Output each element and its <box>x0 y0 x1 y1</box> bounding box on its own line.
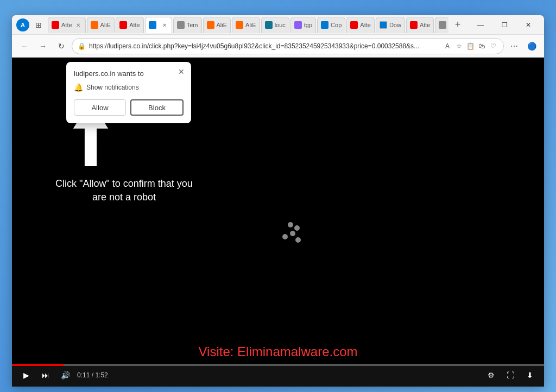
tab-label-6: AliE <box>217 22 228 28</box>
not-robot-text: Click "Allow" to confirm that youare not… <box>55 177 193 204</box>
tabs-container: Atte ✕ AliE Atte ✕ <box>48 17 448 33</box>
dot-3 <box>290 231 295 236</box>
refresh-button[interactable]: ↻ <box>53 38 70 54</box>
tab-label-8: louc <box>275 22 286 28</box>
allow-button[interactable]: Allow <box>74 99 126 116</box>
collections-icon[interactable]: 📋 <box>465 41 475 51</box>
tab-3[interactable]: Atte <box>116 17 144 33</box>
tab-favicon-8 <box>265 21 273 29</box>
new-tab-button[interactable]: + <box>451 18 465 32</box>
tab-list-button[interactable]: ⊞ <box>31 18 46 32</box>
fullscreen-button[interactable]: ⛶ <box>503 368 518 383</box>
tab-13[interactable]: Atte <box>406 17 434 33</box>
profile-button[interactable]: A <box>16 18 29 31</box>
more-tools-button[interactable]: ⋯ <box>506 38 522 54</box>
dialog-buttons: Allow Block <box>74 99 184 116</box>
tab-12[interactable]: Dow <box>376 17 405 33</box>
tab-label-3: Atte <box>129 22 140 28</box>
time-display: 0:11 / 1:52 <box>77 371 108 379</box>
progress-bar[interactable] <box>12 364 544 366</box>
bell-icon: 🔔 <box>74 83 83 92</box>
nav-right-buttons: ⋯ 🔵 <box>506 38 540 54</box>
forward-button[interactable]: → <box>35 38 51 54</box>
content-area: Click "Allow" to confirm that youare not… <box>12 58 544 387</box>
tab-1[interactable]: Atte ✕ <box>48 17 86 33</box>
tab-favicon-1 <box>52 21 59 29</box>
block-button[interactable]: Block <box>130 99 184 116</box>
tab-label-9: tgp <box>304 22 312 28</box>
read-aloud-icon[interactable]: A <box>443 41 452 51</box>
dot-1 <box>288 222 293 227</box>
tab-favicon-7 <box>236 21 243 29</box>
minimize-button[interactable]: — <box>469 17 492 33</box>
tab-9[interactable]: tgp <box>290 17 316 33</box>
tab-5[interactable]: Tem <box>173 17 202 33</box>
tab-favicon-14 <box>439 21 446 29</box>
address-text: https://ludipers.co.in/click.php?key=lsi… <box>89 42 439 50</box>
tab-6[interactable]: AliE <box>203 17 231 33</box>
skip-button[interactable]: ⏭ <box>38 368 53 383</box>
browser-window: A ⊞ Atte ✕ AliE Atte <box>12 15 544 387</box>
tab-label-12: Dow <box>389 22 401 28</box>
tab-label-11: Atte <box>360 22 371 28</box>
tab-10[interactable]: Cop <box>317 17 345 33</box>
shopping-icon[interactable]: 🛍 <box>477 41 486 51</box>
tab-favicon-5 <box>177 21 185 29</box>
video-controls: ▶ ⏭ 🔊 0:11 / 1:52 ⚙ ⛶ ⬇ <box>12 364 544 387</box>
window-controls: — ❐ ✕ <box>469 17 540 33</box>
dialog-option: 🔔 Show notifications <box>74 83 184 92</box>
dot-2 <box>294 225 300 231</box>
dot-4 <box>282 234 288 239</box>
watermark-text: Visite: Eliminamalware.com <box>199 344 358 359</box>
volume-button[interactable]: 🔊 <box>58 368 73 383</box>
edge-icon-button[interactable]: 🔵 <box>523 38 540 54</box>
close-button[interactable]: ✕ <box>517 17 540 33</box>
dialog-title: ludipers.co.in wants to <box>74 69 184 78</box>
tab-close-4[interactable]: ✕ <box>161 21 168 29</box>
back-button[interactable]: ← <box>16 38 33 54</box>
dialog-option-label: Show notifications <box>86 84 139 91</box>
tab-favicon-12 <box>380 21 387 29</box>
tab-label-2: AliE <box>100 22 111 28</box>
nav-bar: ← → ↻ 🔒 https://ludipers.co.in/click.php… <box>12 35 544 58</box>
tab-2[interactable]: AliE <box>87 17 115 33</box>
tab-label-13: Atte <box>420 22 431 28</box>
play-button[interactable]: ▶ <box>18 368 34 383</box>
address-right-icons: A ☆ 📋 🛍 ♡ <box>443 41 498 51</box>
tab-favicon-13 <box>410 21 418 29</box>
tab-4-active[interactable]: ✕ <box>145 17 172 33</box>
progress-track <box>12 364 544 366</box>
wallet-icon[interactable]: ♡ <box>488 41 498 51</box>
lock-icon: 🔒 <box>78 42 86 50</box>
tab-14[interactable]: mar <box>435 17 448 33</box>
tab-favicon-2 <box>91 21 98 29</box>
tab-close-1[interactable]: ✕ <box>74 21 82 29</box>
dot-5 <box>295 237 301 243</box>
dialog-close-button[interactable]: ✕ <box>176 66 187 77</box>
desktop: A ⊞ Atte ✕ AliE Atte <box>0 0 556 392</box>
tab-favicon-9 <box>294 21 302 29</box>
tab-8[interactable]: louc <box>261 17 289 33</box>
tab-label-10: Cop <box>331 22 342 28</box>
tab-favicon-11 <box>350 21 358 29</box>
tab-favicon-3 <box>119 21 127 29</box>
tab-7[interactable]: AliE <box>232 17 260 33</box>
tab-favicon-10 <box>321 21 328 29</box>
notification-dialog: ludipers.co.in wants to ✕ 🔔 Show notific… <box>66 62 191 123</box>
tab-favicon-4 <box>149 21 156 29</box>
tab-label-7: AliE <box>245 22 256 28</box>
download-button[interactable]: ⬇ <box>522 368 538 383</box>
title-bar: A ⊞ Atte ✕ AliE Atte <box>12 15 544 35</box>
maximize-button[interactable]: ❐ <box>493 17 516 33</box>
tab-11[interactable]: Atte <box>346 17 375 33</box>
settings-button[interactable]: ⚙ <box>483 368 498 383</box>
tab-favicon-6 <box>207 21 214 29</box>
tab-label-1: Atte <box>61 22 72 28</box>
tab-label-5: Tem <box>187 22 198 28</box>
favorites-icon[interactable]: ☆ <box>454 41 464 51</box>
progress-fill <box>12 364 64 366</box>
address-bar[interactable]: 🔒 https://ludipers.co.in/click.php?key=l… <box>72 38 504 54</box>
